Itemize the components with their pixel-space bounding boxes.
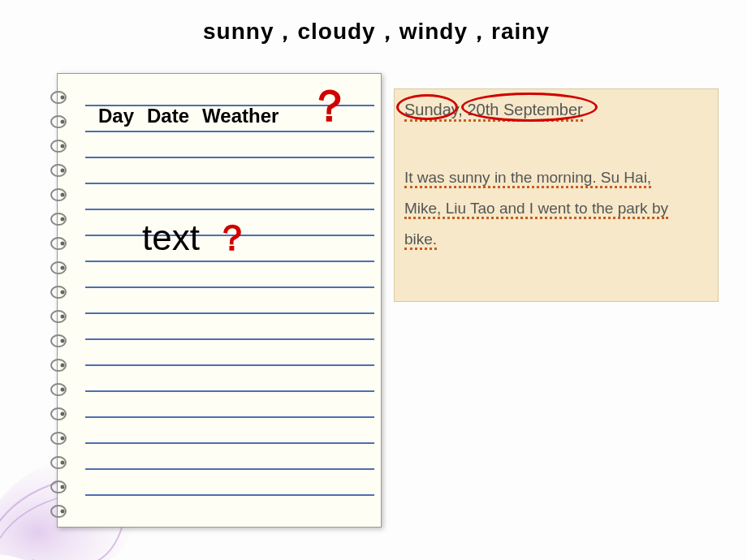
question-mark-header: ？: [308, 77, 352, 136]
notebook-header-row: Day Date Weather: [98, 105, 279, 127]
svg-point-13: [61, 242, 65, 246]
header-day: Day: [98, 105, 134, 127]
notebook-body-placeholder: text ？: [142, 214, 250, 262]
body-text-label: text: [142, 218, 200, 257]
svg-point-27: [61, 412, 65, 416]
svg-point-25: [61, 388, 65, 392]
sticky-body-line3: bike.: [404, 230, 437, 250]
sticky-dateline-text: Sunday, 20th September: [404, 101, 583, 122]
question-mark-body: ？: [214, 218, 250, 258]
svg-point-11: [61, 218, 65, 222]
header-weather: Weather: [202, 105, 279, 127]
svg-point-23: [61, 364, 65, 368]
sticky-body: It was sunny in the morning. Su Hai, Mik…: [395, 130, 718, 263]
svg-point-21: [61, 339, 65, 343]
svg-point-33: [61, 485, 65, 489]
svg-point-17: [61, 291, 65, 295]
notebook: Day Date Weather ？ text ？: [57, 73, 382, 528]
svg-point-35: [61, 510, 65, 514]
weather-words-list: sunny，cloudy，windy，rainy: [203, 16, 550, 47]
svg-point-31: [61, 461, 65, 465]
svg-point-9: [61, 193, 65, 197]
sticky-body-line2: Mike, Liu Tao and I went to the park by: [404, 200, 668, 219]
svg-point-3: [61, 120, 65, 124]
svg-point-19: [61, 315, 65, 319]
svg-point-5: [61, 144, 65, 149]
sticky-body-line1: It was sunny in the morning. Su Hai,: [404, 169, 651, 188]
svg-point-15: [61, 266, 65, 270]
header-date: Date: [147, 105, 189, 127]
notebook-page: Day Date Weather ？ text ？: [85, 80, 374, 520]
spiral-binding: [46, 85, 67, 523]
svg-point-29: [61, 437, 65, 441]
sticky-note: Sunday, 20th September It was sunny in t…: [394, 88, 719, 302]
svg-point-7: [61, 169, 65, 173]
sticky-dateline: Sunday, 20th September: [395, 89, 718, 130]
svg-point-1: [61, 96, 65, 100]
